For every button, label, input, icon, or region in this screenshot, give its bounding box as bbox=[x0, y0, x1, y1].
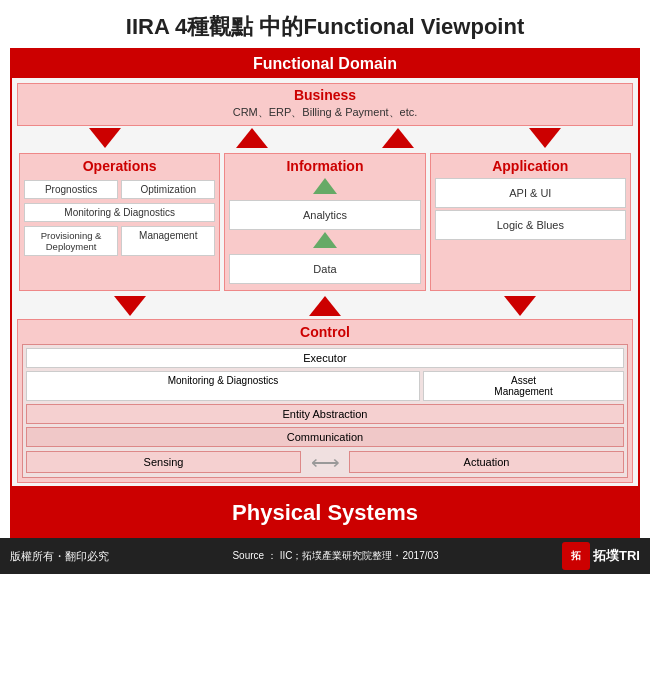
entity-box: Entity Abstraction bbox=[26, 404, 624, 424]
prognostics-box: Prognostics bbox=[24, 180, 118, 199]
provisioning-deployment-box: Provisioning &Deployment bbox=[24, 226, 118, 256]
analytics-box: Analytics bbox=[229, 200, 420, 230]
physical-systems-section: Physical Systems bbox=[10, 488, 640, 538]
main-container: Functional Domain Business CRM、ERP、Billi… bbox=[10, 48, 640, 488]
communication-box: Communication bbox=[26, 427, 624, 447]
business-label: Business bbox=[26, 87, 624, 103]
asset-box: AssetManagement bbox=[423, 371, 624, 401]
application-column: Application API & UI Logic & Blues bbox=[430, 153, 631, 291]
data-box: Data bbox=[229, 254, 420, 284]
monitoring-asset-row: Monitoring & Diagnostics AssetManagement bbox=[26, 371, 624, 401]
arrow-down-right bbox=[529, 128, 561, 148]
arrow-down-left2 bbox=[114, 296, 146, 316]
curved-arrow-icon: ⟷ bbox=[305, 450, 345, 474]
control-inner: Executor Monitoring & Diagnostics AssetM… bbox=[22, 344, 628, 478]
footer-copyright: 版權所有・翻印必究 bbox=[10, 549, 109, 564]
operations-column: Operations Prognostics Optimization Moni… bbox=[19, 153, 220, 291]
physical-systems-text: Physical Systems bbox=[10, 500, 640, 526]
optimization-box: Optimization bbox=[121, 180, 215, 199]
actuation-box: Actuation bbox=[349, 451, 624, 473]
business-content: CRM、ERP、Billing & Payment、etc. bbox=[26, 103, 624, 122]
operations-title: Operations bbox=[24, 158, 215, 174]
management-box: Management bbox=[121, 226, 215, 256]
info-arrow-up bbox=[229, 178, 420, 198]
page-title: IIRA 4種觀點 中的Functional Viewpoint bbox=[0, 0, 650, 48]
ops-row1: Prognostics Optimization bbox=[24, 178, 215, 201]
footer: 版權所有・翻印必究 Source ： IIC；拓墣產業研究院整理・2017/03… bbox=[0, 538, 650, 574]
control-title: Control bbox=[22, 324, 628, 340]
api-ui-box: API & UI bbox=[435, 178, 626, 208]
control-section: Control Executor Monitoring & Diagnostic… bbox=[17, 319, 633, 483]
arrow-up-mid bbox=[309, 296, 341, 316]
application-title: Application bbox=[435, 158, 626, 174]
executor-box: Executor bbox=[26, 348, 624, 368]
ops-row3: Provisioning &Deployment Management bbox=[24, 224, 215, 258]
page: IIRA 4種觀點 中的Functional Viewpoint Functio… bbox=[0, 0, 650, 690]
arrow-up-center1 bbox=[236, 128, 268, 148]
logo-text: 拓墣TRI bbox=[593, 547, 640, 565]
information-title: Information bbox=[229, 158, 420, 174]
source-label: Source bbox=[232, 550, 264, 561]
monitoring-box: Monitoring & Diagnostics bbox=[26, 371, 420, 401]
logic-blues-box: Logic & Blues bbox=[435, 210, 626, 240]
arrow-up-center2 bbox=[382, 128, 414, 148]
monitoring-diagnostics-box: Monitoring & Diagnostics bbox=[24, 203, 215, 222]
three-columns: Operations Prognostics Optimization Moni… bbox=[17, 150, 633, 294]
business-section: Business CRM、ERP、Billing & Payment、etc. bbox=[17, 83, 633, 126]
functional-domain-header: Functional Domain bbox=[12, 50, 638, 78]
footer-source: Source ： IIC；拓墣產業研究院整理・2017/03 bbox=[232, 549, 438, 563]
tri-icon: 拓 bbox=[562, 542, 590, 570]
sensing-actuation-row: Sensing ⟷ Actuation bbox=[26, 450, 624, 474]
info-arrow-up2 bbox=[229, 232, 420, 252]
information-column: Information Analytics Data bbox=[224, 153, 425, 291]
source-separator: ： bbox=[267, 550, 277, 561]
source-content: IIC；拓墣產業研究院整理・2017/03 bbox=[280, 550, 439, 561]
sensing-box: Sensing bbox=[26, 451, 301, 473]
arrow-down-right2 bbox=[504, 296, 536, 316]
arrow-down-left bbox=[89, 128, 121, 148]
footer-logo: 拓 拓墣TRI bbox=[562, 542, 640, 570]
